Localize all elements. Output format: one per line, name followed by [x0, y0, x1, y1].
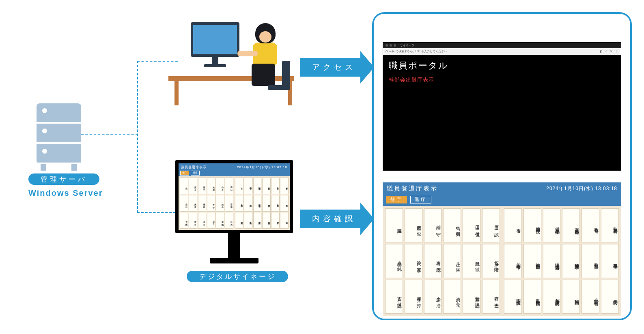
btn-out[interactable]: 退庁	[410, 196, 431, 203]
name-cell: 事務局長	[280, 195, 289, 212]
attendance-board: 議員登退庁表示 2024年1月10日(水) 13:03:18 登庁 退庁 議長藤…	[383, 182, 621, 316]
server-label: 管理サーバ	[28, 173, 99, 185]
name-cell: 稲垣 守	[198, 178, 207, 194]
name-cell: 原田 誠	[482, 208, 500, 242]
name-cell: 小島 典明	[207, 178, 215, 194]
name-cell: 病院管理者	[262, 195, 271, 212]
name-cell: 小島 浩一	[198, 212, 207, 229]
name-cell: 議長	[385, 208, 403, 242]
name-cell: 佐藤 清隆	[482, 244, 500, 278]
mini-btn-out: 退庁	[191, 171, 200, 176]
connector-line	[137, 61, 178, 62]
name-cell: 病院局長	[562, 280, 580, 314]
address-bar-hint: Google で検索するか、URLを入力してください	[386, 49, 447, 54]
connector-line	[137, 212, 176, 213]
name-cell: 市民産業部長	[523, 280, 541, 314]
name-cell: 小林 純一	[180, 195, 188, 212]
mini-board-datetime: 2024年1月10日(水) 13:03:18	[237, 165, 287, 169]
name-cell: 市長	[504, 208, 522, 242]
name-cell: 安藤 慎太郎	[463, 280, 480, 314]
name-cell: 佐藤 清隆	[225, 195, 233, 212]
name-cell: 教育部長	[582, 244, 599, 278]
name-cell: 古川 健太郎	[385, 280, 403, 314]
name-cell: 清水 元	[207, 212, 215, 229]
name-cell: 清水 元	[443, 280, 461, 314]
name-cell: 高橋 茂樹	[198, 195, 207, 212]
name-cell: 病院管理者	[562, 244, 580, 278]
name-cell: 消防長	[601, 280, 619, 314]
name-cell: 市民産業部長	[244, 212, 252, 229]
name-cell: 原田 誠	[225, 178, 233, 194]
signage-label: デジタルサイネージ	[187, 271, 288, 282]
name-cell: 井上 勝	[443, 244, 461, 278]
name-cell: 山下副議長	[235, 212, 243, 229]
name-cell: 健康福祉部長	[253, 178, 262, 194]
name-cell: 白石 亮太	[225, 212, 233, 229]
name-cell: 健康福祉部長	[543, 208, 561, 242]
portal-link[interactable]: 幹部会出退庁表示	[389, 77, 434, 83]
name-cell: 小島 典明	[443, 208, 461, 242]
board-datetime: 2024年1月10日(水) 13:03:18	[546, 185, 617, 192]
name-cell: 櫻井 淳	[189, 212, 197, 229]
name-cell: 白石 亮太	[482, 280, 500, 314]
confirm-arrow-label: 内容確認	[300, 210, 360, 228]
name-cell: 事務局長	[601, 244, 619, 278]
name-cell: 長内副市長	[235, 195, 243, 212]
name-cell: 小島 浩一	[424, 280, 442, 314]
name-cell: 総務部長	[523, 244, 541, 278]
name-cell: 教育長	[271, 178, 280, 194]
connector-line	[137, 61, 138, 213]
name-cell: 武田 徹	[216, 195, 224, 212]
name-cell: 藤沢 一俊	[189, 178, 197, 194]
name-cell: 会計管理者	[582, 280, 599, 314]
name-cell: 監査局長	[601, 208, 619, 242]
server-subtitle: Windows Server	[28, 188, 103, 198]
name-cell: 教育長	[582, 208, 599, 242]
name-cell: 上下水道部長	[562, 208, 580, 242]
name-cell: 山下副議長	[504, 280, 522, 314]
name-cell: 教育部長	[271, 195, 280, 212]
btn-in[interactable]: 登庁	[386, 196, 407, 203]
name-cell: 鈴木 克彦	[405, 244, 422, 278]
mini-board-title: 議員登退庁表示	[181, 165, 207, 169]
name-cell: 市長	[235, 178, 243, 194]
browser-tab-label: サイネージ	[400, 43, 414, 47]
access-arrow-label: アクセス	[300, 58, 360, 77]
name-cell: 使用公室長	[523, 208, 541, 242]
name-cell: 議長	[180, 178, 188, 194]
confirm-arrow: 内容確認	[300, 203, 374, 235]
name-cell: 使用公室長	[244, 178, 252, 194]
name-cell: 小林 純一	[385, 244, 403, 278]
mini-btn-in: 登庁	[180, 171, 189, 176]
name-cell: 会計管理者	[271, 212, 280, 229]
access-arrow: アクセス	[300, 51, 374, 84]
name-cell: 山口 哲也	[463, 208, 480, 242]
name-cell: 稲垣 守	[424, 208, 442, 242]
name-cell: 監査局長	[280, 178, 289, 194]
name-cell: 総務部長	[244, 195, 252, 212]
name-cell: 消防長	[280, 212, 289, 229]
workstation-illustration	[177, 18, 290, 105]
board-title: 議員登退庁表示	[387, 185, 438, 193]
portal-title: 職員ポータル	[389, 60, 621, 72]
name-cell: 病院局長	[262, 212, 271, 229]
signage-monitor: 議員登退庁表示 2024年1月10日(水) 13:03:18 登庁 退庁 議長藤…	[175, 160, 293, 263]
browser-window: サイネージ Google で検索するか、URLを入力してください ◧ ☆ ⟳ ⋮…	[383, 42, 621, 171]
name-cell: 山口 哲也	[216, 178, 224, 194]
name-cell: 安藤 慎太郎	[216, 212, 224, 229]
name-cell: 都市建設部長	[253, 212, 262, 229]
name-cell: 都市建設部長	[543, 280, 561, 314]
name-cell: 井上 勝	[207, 195, 215, 212]
name-cell: 高橋 茂樹	[424, 244, 442, 278]
server-icon	[37, 103, 81, 164]
name-cell: 鈴木 克彦	[189, 195, 197, 212]
tablet-frame: サイネージ Google で検索するか、URLを入力してください ◧ ☆ ⟳ ⋮…	[372, 12, 632, 320]
name-cell: 藤沢 一俊	[405, 208, 422, 242]
name-cell: 上下水道部長	[262, 178, 271, 194]
name-cell: 武田 徹	[463, 244, 480, 278]
name-cell: 長内副市長	[504, 244, 522, 278]
browser-toolbar-icons: ◧ ☆ ⟳ ⋮	[600, 50, 618, 53]
name-cell: 古川 健太郎	[180, 212, 188, 229]
name-cell: 櫻井 淳	[405, 280, 422, 314]
connector-line	[81, 134, 138, 135]
